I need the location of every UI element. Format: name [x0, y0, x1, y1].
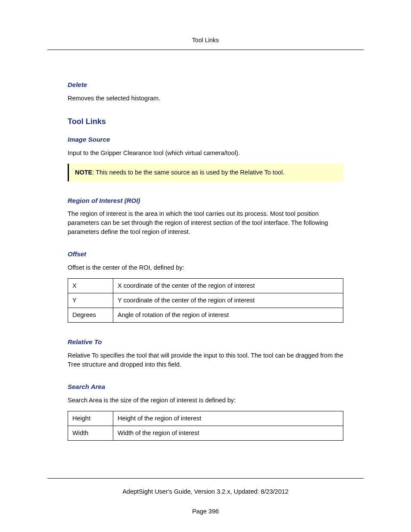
cell-value: X coordinate of the center of the region…: [113, 279, 343, 293]
note-body: : This needs to be the same source as is…: [92, 169, 284, 176]
cell-value: Angle of rotation of the region of inter…: [113, 308, 343, 323]
offset-table: X X coordinate of the center of the regi…: [68, 278, 343, 323]
footer-rule: [47, 478, 364, 479]
cell-key: Y: [68, 293, 113, 308]
page-header-title: Tool Links: [0, 0, 411, 50]
footer: AdeptSight User's Guide, Version 3.2.x, …: [0, 478, 411, 515]
table-row: Height Height of the region of interest: [68, 411, 343, 426]
heading-delete: Delete: [68, 80, 343, 90]
table-row: Y Y coordinate of the center of the regi…: [68, 293, 343, 308]
para-search-area: Search Area is the size of the region of…: [68, 396, 343, 405]
note-label: NOTE: [75, 169, 92, 176]
page-number: Page 396: [0, 508, 411, 515]
content-body: Delete Removes the selected histogram. T…: [0, 50, 411, 441]
heading-roi: Region of Interest (ROI): [68, 196, 343, 205]
para-image-source: Input to the Gripper Clearance tool (whi…: [68, 149, 343, 158]
page: Tool Links Delete Removes the selected h…: [0, 0, 411, 532]
cell-key: Degrees: [68, 308, 113, 323]
cell-key: Height: [68, 411, 113, 426]
cell-value: Y coordinate of the center of the region…: [113, 293, 343, 308]
para-delete: Removes the selected histogram.: [68, 94, 343, 103]
heading-offset: Offset: [68, 249, 343, 259]
table-row: Degrees Angle of rotation of the region …: [68, 308, 343, 323]
heading-image-source: Image Source: [68, 135, 343, 144]
cell-key: X: [68, 279, 113, 293]
heading-tool-links: Tool Links: [68, 116, 343, 127]
table-row: X X coordinate of the center of the regi…: [68, 279, 343, 293]
search-area-table: Height Height of the region of interest …: [68, 411, 343, 441]
para-relative-to: Relative To specifies the tool that will…: [68, 351, 343, 369]
cell-value: Width of the region of interest: [113, 426, 343, 440]
cell-value: Height of the region of interest: [113, 411, 343, 426]
footer-line: AdeptSight User's Guide, Version 3.2.x, …: [0, 488, 411, 495]
cell-key: Width: [68, 426, 113, 440]
para-roi: The region of interest is the area in wh…: [68, 209, 343, 236]
heading-search-area: Search Area: [68, 382, 343, 392]
heading-relative-to: Relative To: [68, 337, 343, 347]
note-box: NOTE: This needs to be the same source a…: [68, 164, 343, 181]
table-row: Width Width of the region of interest: [68, 426, 343, 440]
para-offset: Offset is the center of the ROI, defined…: [68, 263, 343, 272]
